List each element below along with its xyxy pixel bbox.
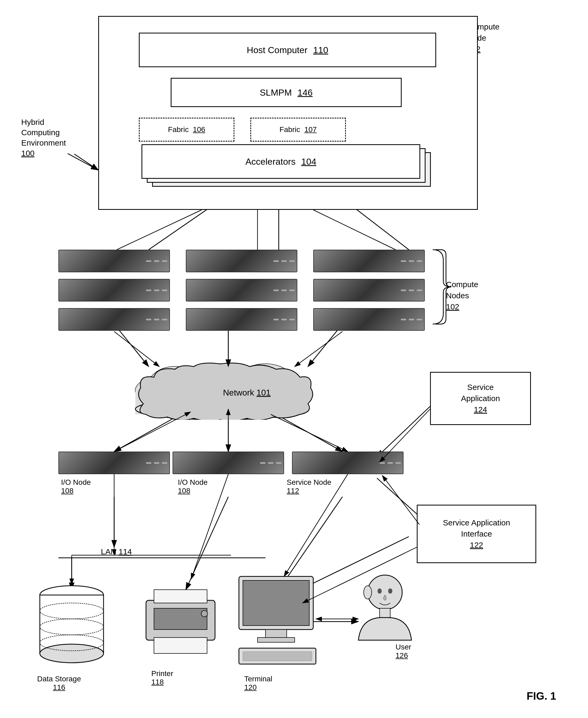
- io-node1-label: I/O Node 108: [61, 478, 91, 495]
- svg-point-34: [40, 644, 104, 663]
- svg-rect-40: [154, 637, 207, 654]
- svg-rect-48: [243, 652, 312, 661]
- service-application-box: Service Application 124: [430, 372, 531, 425]
- server-rack-r2c3: [313, 279, 425, 302]
- printer-svg: [138, 579, 223, 664]
- svg-line-57: [117, 210, 202, 250]
- user-label: User 126: [396, 643, 411, 660]
- slmpm-num: 146: [295, 87, 312, 98]
- server-rack-r3c2: [186, 308, 297, 331]
- svg-rect-44: [243, 580, 309, 625]
- compute-nodes-label: Compute Nodes 102: [446, 279, 478, 312]
- svg-point-49: [368, 575, 402, 610]
- svg-point-50: [377, 588, 382, 594]
- server-rack-r1c1: [58, 250, 170, 272]
- fabric1-num: 106: [191, 125, 206, 134]
- fabric2-box: Fabric 107: [250, 118, 346, 142]
- svg-line-10: [114, 414, 181, 452]
- fabric2-num: 107: [302, 125, 317, 134]
- accelerators-box-1: Accelerators 104: [142, 144, 420, 179]
- svg-rect-41: [154, 608, 207, 630]
- service-node-label: Service Node 112: [287, 478, 331, 495]
- network-label: Network 101: [223, 388, 271, 398]
- svg-line-12: [276, 414, 342, 452]
- service-app-interface-text: Service Application Interface 122: [443, 517, 510, 551]
- host-computer-box: Host Computer 110: [139, 33, 436, 67]
- service-node-rack: [292, 452, 403, 474]
- accelerators-num: 104: [299, 157, 316, 167]
- data-storage-svg: [37, 584, 106, 670]
- server-rack-r2c2: [186, 279, 297, 302]
- svg-point-51: [388, 588, 392, 594]
- service-app-text: Service Application 124: [461, 382, 500, 415]
- lan-label: LAN 114: [101, 547, 132, 556]
- svg-line-67: [382, 475, 419, 525]
- server-rack-r3c1: [58, 308, 170, 331]
- svg-line-3: [74, 154, 98, 170]
- accelerators-label: Accelerators: [245, 157, 295, 167]
- fabric1-box: Fabric 106: [139, 118, 234, 142]
- svg-line-65: [271, 414, 348, 452]
- io-node2-label: I/O Node 108: [178, 478, 208, 495]
- svg-point-42: [201, 611, 208, 617]
- service-app-interface-box: Service Application Interface 122: [417, 505, 536, 563]
- server-rack-r2c1: [58, 279, 170, 302]
- printer-label: Printer 118: [151, 670, 173, 686]
- fabric1-label: Fabric: [168, 125, 189, 134]
- data-storage-label: Data Storage 116: [37, 675, 81, 692]
- svg-line-19: [186, 497, 228, 590]
- terminal-label: Terminal 120: [244, 675, 272, 692]
- svg-line-63: [114, 414, 186, 452]
- slmpm-box: SLMPM 146: [171, 78, 402, 107]
- svg-line-56: [68, 153, 98, 170]
- fabric2-label: Fabric: [279, 125, 300, 134]
- slmpm-label: SLMPM: [260, 87, 292, 98]
- svg-rect-39: [154, 590, 207, 603]
- diagram: Hybrid Computing Environment 100 Compute…: [0, 0, 588, 718]
- io-node2-rack: [172, 452, 284, 474]
- host-computer-num: 110: [311, 45, 328, 55]
- server-rack-r3c3: [313, 308, 425, 331]
- io-node1-rack: [58, 452, 170, 474]
- svg-rect-46: [257, 637, 295, 642]
- svg-rect-45: [266, 630, 287, 637]
- svg-point-52: [364, 586, 372, 599]
- hybrid-computing-label: Hybrid Computing Environment 100: [21, 117, 66, 158]
- host-computer-label: Host Computer: [247, 45, 308, 55]
- network-cloud-svg: [127, 361, 313, 420]
- svg-line-59: [313, 210, 396, 250]
- server-rack-r1c3: [313, 250, 425, 272]
- svg-line-13: [377, 406, 430, 457]
- terminal-svg: [234, 574, 324, 670]
- fig-label: FIG. 1: [527, 690, 556, 702]
- server-rack-r1c2: [186, 250, 297, 272]
- compute-node-outer-box: Host Computer 110 SLMPM 146 Fabric 106 F…: [98, 16, 478, 210]
